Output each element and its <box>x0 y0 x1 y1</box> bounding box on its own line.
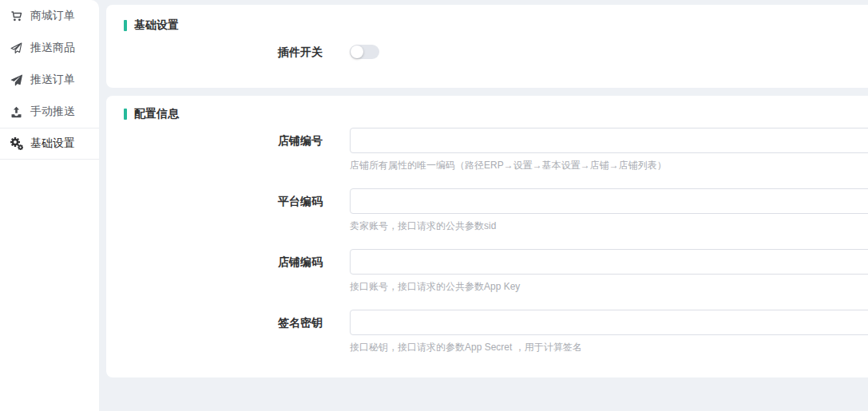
accent-bar <box>124 20 127 31</box>
sidebar-item-label: 推送订单 <box>30 73 75 87</box>
accent-bar <box>124 109 127 120</box>
shop-number-row: 店铺编号 店铺所有属性的唯一编码（路径ERP→设置→基本设置→店铺→店铺列表） <box>124 128 868 171</box>
shop-code-row: 店铺编码 接口账号，接口请求的公共参数App Key <box>124 249 868 292</box>
section-title: 配置信息 <box>134 107 179 121</box>
main-content: 基础设置 插件开关 配置信息 店铺编号 店铺所有属性的唯一编码（路径ERP→设置… <box>106 0 868 377</box>
sidebar-item-push-products[interactable]: 推送商品 <box>0 32 99 64</box>
signature-key-row: 签名密钥 接口秘钥，接口请求的参数App Secret ，用于计算签名 <box>124 310 868 353</box>
section-header-config: 配置信息 <box>124 107 868 121</box>
plugin-switch-row: 插件开关 <box>124 45 868 61</box>
sidebar-item-manual-push[interactable]: 手动推送 <box>0 96 99 128</box>
shop-number-hint: 店铺所有属性的唯一编码（路径ERP→设置→基本设置→店铺→店铺列表） <box>350 160 868 171</box>
sidebar-item-mall-orders[interactable]: 商城订单 <box>0 0 99 32</box>
shop-code-input[interactable] <box>350 249 868 275</box>
platform-code-row: 平台编码 卖家账号，接口请求的公共参数sid <box>124 188 868 231</box>
sidebar: 商城订单 推送商品 推送订单 手动推送 <box>0 0 99 411</box>
sidebar-item-label: 商城订单 <box>30 9 75 23</box>
platform-code-label: 平台编码 <box>124 188 323 214</box>
config-info-card: 配置信息 店铺编号 店铺所有属性的唯一编码（路径ERP→设置→基本设置→店铺→店… <box>106 96 868 377</box>
basic-settings-card: 基础设置 插件开关 <box>106 5 868 88</box>
paper-plane-outline-icon <box>10 41 23 54</box>
shop-number-label: 店铺编号 <box>124 128 323 153</box>
sidebar-item-label: 手动推送 <box>30 105 75 119</box>
signature-key-input[interactable] <box>350 310 868 335</box>
signature-key-label: 签名密钥 <box>124 310 323 335</box>
cart-icon <box>10 10 23 22</box>
section-title: 基础设置 <box>134 18 179 33</box>
sidebar-item-push-orders[interactable]: 推送订单 <box>0 64 99 96</box>
section-header-basic: 基础设置 <box>124 18 868 33</box>
switch-knob <box>351 45 363 58</box>
plugin-switch-toggle[interactable] <box>350 45 379 59</box>
signature-key-hint: 接口秘钥，接口请求的参数App Secret ，用于计算签名 <box>350 342 868 353</box>
sidebar-item-basic-settings[interactable]: 基础设置 <box>0 128 99 160</box>
shop-code-label: 店铺编码 <box>124 249 323 275</box>
sidebar-item-label: 基础设置 <box>30 136 75 151</box>
plugin-switch-label: 插件开关 <box>124 45 323 59</box>
shop-number-input[interactable] <box>350 128 868 153</box>
upload-icon <box>10 105 23 118</box>
paper-plane-icon <box>10 73 23 86</box>
platform-code-input[interactable] <box>350 188 868 214</box>
platform-code-hint: 卖家账号，接口请求的公共参数sid <box>350 220 868 231</box>
shop-code-hint: 接口账号，接口请求的公共参数App Key <box>350 281 868 292</box>
gears-icon <box>10 137 23 150</box>
sidebar-item-label: 推送商品 <box>30 41 75 55</box>
